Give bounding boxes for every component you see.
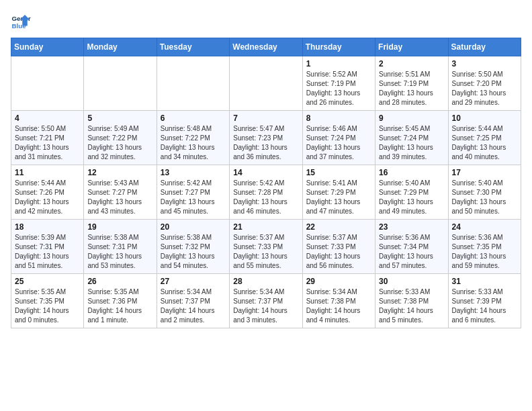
day-number: 10 <box>452 113 517 123</box>
day-number: 17 <box>452 168 517 177</box>
day-number: 19 <box>87 222 152 232</box>
day-info: Sunrise: 5:45 AM Sunset: 7:24 PM Dayligh… <box>379 124 444 162</box>
day-info: Sunrise: 5:46 AM Sunset: 7:24 PM Dayligh… <box>306 124 371 162</box>
day-info: Sunrise: 5:41 AM Sunset: 7:29 PM Dayligh… <box>306 179 371 216</box>
day-info: Sunrise: 5:43 AM Sunset: 7:27 PM Dayligh… <box>87 179 152 216</box>
day-info: Sunrise: 5:38 AM Sunset: 7:31 PM Dayligh… <box>87 233 152 271</box>
day-info: Sunrise: 5:40 AM Sunset: 7:29 PM Dayligh… <box>379 179 444 216</box>
day-info: Sunrise: 5:36 AM Sunset: 7:34 PM Dayligh… <box>379 233 444 271</box>
day-info: Sunrise: 5:34 AM Sunset: 7:38 PM Dayligh… <box>306 287 371 325</box>
day-number: 1 <box>306 59 371 68</box>
day-number: 6 <box>161 113 226 123</box>
calendar-cell: 29Sunrise: 5:34 AM Sunset: 7:38 PM Dayli… <box>302 274 375 328</box>
calendar-cell <box>11 56 84 111</box>
calendar-cell: 21Sunrise: 5:37 AM Sunset: 7:33 PM Dayli… <box>230 220 302 274</box>
weekday-header-monday: Monday <box>84 38 157 56</box>
calendar-cell: 16Sunrise: 5:40 AM Sunset: 7:29 PM Dayli… <box>375 165 448 220</box>
calendar-cell: 19Sunrise: 5:38 AM Sunset: 7:31 PM Dayli… <box>84 220 157 274</box>
day-number: 16 <box>379 168 444 177</box>
weekday-header-friday: Friday <box>375 38 448 56</box>
day-info: Sunrise: 5:35 AM Sunset: 7:36 PM Dayligh… <box>87 287 152 325</box>
calendar-cell: 27Sunrise: 5:34 AM Sunset: 7:37 PM Dayli… <box>157 274 229 328</box>
day-info: Sunrise: 5:42 AM Sunset: 7:27 PM Dayligh… <box>161 179 226 216</box>
calendar-cell: 12Sunrise: 5:43 AM Sunset: 7:27 PM Dayli… <box>84 165 157 220</box>
day-info: Sunrise: 5:34 AM Sunset: 7:37 PM Dayligh… <box>233 287 298 325</box>
day-info: Sunrise: 5:49 AM Sunset: 7:22 PM Dayligh… <box>87 124 152 162</box>
day-info: Sunrise: 5:51 AM Sunset: 7:19 PM Dayligh… <box>379 70 444 107</box>
calendar-cell: 5Sunrise: 5:49 AM Sunset: 7:22 PM Daylig… <box>84 111 157 165</box>
day-number: 28 <box>233 277 298 286</box>
calendar-cell: 17Sunrise: 5:40 AM Sunset: 7:30 PM Dayli… <box>448 165 521 220</box>
calendar-cell <box>84 56 157 111</box>
calendar-cell: 10Sunrise: 5:44 AM Sunset: 7:25 PM Dayli… <box>448 111 521 165</box>
day-number: 5 <box>87 113 152 123</box>
day-number: 7 <box>233 113 298 123</box>
day-info: Sunrise: 5:33 AM Sunset: 7:39 PM Dayligh… <box>452 287 517 325</box>
calendar-cell <box>230 56 302 111</box>
calendar-cell: 26Sunrise: 5:35 AM Sunset: 7:36 PM Dayli… <box>84 274 157 328</box>
day-number: 27 <box>161 277 226 286</box>
day-number: 8 <box>306 113 371 123</box>
day-info: Sunrise: 5:37 AM Sunset: 7:33 PM Dayligh… <box>233 233 298 271</box>
day-number: 2 <box>379 59 444 68</box>
calendar-cell: 30Sunrise: 5:33 AM Sunset: 7:38 PM Dayli… <box>375 274 448 328</box>
calendar-cell: 11Sunrise: 5:44 AM Sunset: 7:26 PM Dayli… <box>11 165 84 220</box>
day-info: Sunrise: 5:50 AM Sunset: 7:21 PM Dayligh… <box>15 124 80 162</box>
day-number: 31 <box>452 277 517 286</box>
day-info: Sunrise: 5:44 AM Sunset: 7:25 PM Dayligh… <box>452 124 517 162</box>
calendar-cell: 23Sunrise: 5:36 AM Sunset: 7:34 PM Dayli… <box>375 220 448 274</box>
calendar-cell: 13Sunrise: 5:42 AM Sunset: 7:27 PM Dayli… <box>157 165 229 220</box>
day-number: 23 <box>379 222 444 232</box>
day-number: 14 <box>233 168 298 177</box>
day-number: 30 <box>379 277 444 286</box>
day-number: 12 <box>87 168 152 177</box>
calendar-cell: 9Sunrise: 5:45 AM Sunset: 7:24 PM Daylig… <box>375 111 448 165</box>
calendar-cell: 2Sunrise: 5:51 AM Sunset: 7:19 PM Daylig… <box>375 56 448 111</box>
calendar-cell: 20Sunrise: 5:38 AM Sunset: 7:32 PM Dayli… <box>157 220 229 274</box>
page-header: General Blue <box>11 11 521 31</box>
day-info: Sunrise: 5:47 AM Sunset: 7:23 PM Dayligh… <box>233 124 298 162</box>
day-info: Sunrise: 5:38 AM Sunset: 7:32 PM Dayligh… <box>161 233 226 271</box>
day-info: Sunrise: 5:44 AM Sunset: 7:26 PM Dayligh… <box>15 179 80 216</box>
calendar-cell: 18Sunrise: 5:39 AM Sunset: 7:31 PM Dayli… <box>11 220 84 274</box>
day-number: 22 <box>306 222 371 232</box>
calendar-cell: 7Sunrise: 5:47 AM Sunset: 7:23 PM Daylig… <box>230 111 302 165</box>
day-number: 3 <box>452 59 517 68</box>
calendar-cell: 14Sunrise: 5:42 AM Sunset: 7:28 PM Dayli… <box>230 165 302 220</box>
day-info: Sunrise: 5:37 AM Sunset: 7:33 PM Dayligh… <box>306 233 371 271</box>
calendar-cell: 15Sunrise: 5:41 AM Sunset: 7:29 PM Dayli… <box>302 165 375 220</box>
day-info: Sunrise: 5:34 AM Sunset: 7:37 PM Dayligh… <box>161 287 226 325</box>
day-info: Sunrise: 5:40 AM Sunset: 7:30 PM Dayligh… <box>452 179 517 216</box>
logo-icon: General Blue <box>11 11 31 31</box>
day-number: 11 <box>15 168 80 177</box>
weekday-header-thursday: Thursday <box>302 38 375 56</box>
calendar-cell: 24Sunrise: 5:36 AM Sunset: 7:35 PM Dayli… <box>448 220 521 274</box>
day-number: 24 <box>452 222 517 232</box>
calendar-cell: 4Sunrise: 5:50 AM Sunset: 7:21 PM Daylig… <box>11 111 84 165</box>
calendar-cell <box>157 56 229 111</box>
day-number: 25 <box>15 277 80 286</box>
day-number: 29 <box>306 277 371 286</box>
day-number: 20 <box>161 222 226 232</box>
calendar-cell: 22Sunrise: 5:37 AM Sunset: 7:33 PM Dayli… <box>302 220 375 274</box>
calendar-cell: 28Sunrise: 5:34 AM Sunset: 7:37 PM Dayli… <box>230 274 302 328</box>
calendar-table: SundayMondayTuesdayWednesdayThursdayFrid… <box>11 38 521 328</box>
logo: General Blue <box>11 11 31 31</box>
calendar-cell: 25Sunrise: 5:35 AM Sunset: 7:35 PM Dayli… <box>11 274 84 328</box>
day-info: Sunrise: 5:42 AM Sunset: 7:28 PM Dayligh… <box>233 179 298 216</box>
day-info: Sunrise: 5:35 AM Sunset: 7:35 PM Dayligh… <box>15 287 80 325</box>
day-number: 15 <box>306 168 371 177</box>
day-info: Sunrise: 5:33 AM Sunset: 7:38 PM Dayligh… <box>379 287 444 325</box>
weekday-header-tuesday: Tuesday <box>157 38 229 56</box>
day-info: Sunrise: 5:36 AM Sunset: 7:35 PM Dayligh… <box>452 233 517 271</box>
calendar-cell: 1Sunrise: 5:52 AM Sunset: 7:19 PM Daylig… <box>302 56 375 111</box>
calendar-cell: 3Sunrise: 5:50 AM Sunset: 7:20 PM Daylig… <box>448 56 521 111</box>
day-info: Sunrise: 5:50 AM Sunset: 7:20 PM Dayligh… <box>452 70 517 107</box>
calendar-cell: 31Sunrise: 5:33 AM Sunset: 7:39 PM Dayli… <box>448 274 521 328</box>
calendar-cell: 6Sunrise: 5:48 AM Sunset: 7:22 PM Daylig… <box>157 111 229 165</box>
day-number: 26 <box>87 277 152 286</box>
day-info: Sunrise: 5:52 AM Sunset: 7:19 PM Dayligh… <box>306 70 371 107</box>
day-number: 9 <box>379 113 444 123</box>
day-info: Sunrise: 5:48 AM Sunset: 7:22 PM Dayligh… <box>161 124 226 162</box>
weekday-header-sunday: Sunday <box>11 38 84 56</box>
